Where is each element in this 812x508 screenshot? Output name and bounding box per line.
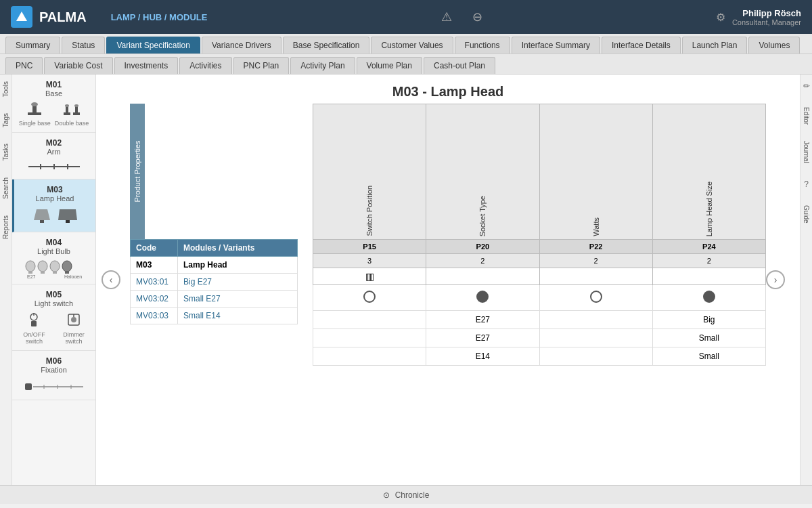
tab-pnc[interactable]: PNC <box>5 57 43 74</box>
tab-summary[interactable]: Summary <box>5 37 60 54</box>
tab-base-specification[interactable]: Base Specification <box>283 37 370 54</box>
module-icons-m05: On/OFF switch Dimmer switch <box>16 312 91 345</box>
circle-empty-icon <box>363 291 376 303</box>
tasks-label[interactable]: Tasks <box>2 144 9 161</box>
app-logo[interactable]: PALMA <box>11 6 87 28</box>
row-code-mv0301[interactable]: MV03:01 <box>131 274 178 291</box>
tags-label[interactable]: Tags <box>2 113 9 127</box>
spec-grid: Product Properties Code Modules / Varian… <box>130 104 766 366</box>
editor-label[interactable]: Editor <box>803 107 810 125</box>
row-code-mv0302[interactable]: MV03:02 <box>131 291 178 308</box>
row-code-mv0303[interactable]: MV03:03 <box>131 308 178 324</box>
tab-status[interactable]: Status <box>62 37 105 54</box>
row-name-mv0301[interactable]: Big E27 <box>178 274 298 291</box>
minus-icon[interactable]: ⊖ <box>472 9 482 24</box>
module-item-m04[interactable]: M04 Light Bulb E27 Halogen <box>12 232 95 284</box>
tab-variant-specification[interactable]: Variant Specification <box>106 37 200 54</box>
svg-rect-21 <box>41 271 45 274</box>
tab-variance-drivers[interactable]: Variance Drivers <box>202 37 281 54</box>
app-header: PALMA LAMP / HUB / MODULE ⚠ ⊖ ⚙ Philipp … <box>0 0 812 34</box>
tab-pnc-plan[interactable]: PNC Plan <box>233 57 290 74</box>
reports-label[interactable]: Reports <box>2 215 9 239</box>
m03-p24-cell <box>652 285 765 311</box>
logo-text: PALMA <box>39 9 87 25</box>
code-p15: P15 <box>313 240 426 254</box>
mv0302-p20-cell: E27 <box>426 329 539 347</box>
tab-interface-summary[interactable]: Interface Summary <box>512 37 600 54</box>
module-name-m02: Arm <box>16 148 91 156</box>
module-item-m01[interactable]: M01 Base Single base <box>12 75 95 133</box>
module-code-m01: M01 <box>16 80 91 89</box>
row-name-mv0302[interactable]: Small E27 <box>178 291 298 308</box>
module-icons-m03 <box>18 207 91 226</box>
content-title-text: M03 - Lamp Head <box>392 84 503 99</box>
property-header-row: Switch Position Socket Type Watts <box>313 104 766 240</box>
guide-label[interactable]: Guide <box>803 205 810 224</box>
svg-point-18 <box>26 261 35 272</box>
module-item-m05[interactable]: M05 Light switch On/OFF switch <box>12 284 95 351</box>
tab-variable-cost[interactable]: Variable Cost <box>44 57 112 74</box>
question-icon[interactable]: ? <box>804 179 809 189</box>
search-label[interactable]: Search <box>2 177 9 199</box>
tab-activity-plan[interactable]: Activity Plan <box>290 57 355 74</box>
row-name-m03: Lamp Head <box>178 257 298 274</box>
table-row: E14 Small <box>313 347 766 366</box>
alert-icon[interactable]: ⚠ <box>441 9 452 24</box>
module-item-m02[interactable]: M02 Arm <box>12 133 95 179</box>
light-bulb-icon: E27 Halogen <box>24 259 85 278</box>
mv0301-p20-cell: E27 <box>426 311 539 329</box>
prop-label-socket-type: Socket Type <box>478 196 487 236</box>
tabs-row1: Summary Status Variant Specification Var… <box>0 34 812 54</box>
edit-icon[interactable]: ✏ <box>803 81 810 91</box>
tab-customer-values[interactable]: Customer Values <box>371 37 453 54</box>
single-base-icon <box>25 102 44 117</box>
left-toolstrip: Tools Tags Tasks Search Reports <box>0 75 12 485</box>
tab-cashout-plan[interactable]: Cash-out Plan <box>424 57 495 74</box>
svg-point-20 <box>38 261 47 272</box>
count-p20: 2 <box>426 254 539 268</box>
module-name-m01: Base <box>16 89 91 98</box>
svg-text:Halogen: Halogen <box>64 274 82 278</box>
module-panel: M01 Base Single base <box>12 75 96 485</box>
gear-icon[interactable]: ⚙ <box>716 11 725 24</box>
table-row: M03 Lamp Head <box>131 257 298 274</box>
nav-prev-button[interactable]: ‹ <box>102 270 120 289</box>
svg-text:E27: E27 <box>27 274 36 278</box>
lamp-head-small-icon <box>31 207 53 224</box>
module-icons-m01: Single base Double base <box>16 102 91 127</box>
tab-activities[interactable]: Activities <box>179 57 231 74</box>
count-p24: 2 <box>652 254 765 268</box>
tab-volumes[interactable]: Volumes <box>748 37 800 54</box>
mv0303-p20-cell: E14 <box>426 347 539 366</box>
chronicle-icon: ⊙ <box>383 490 390 500</box>
module-code-m03: M03 <box>18 185 91 194</box>
mv0302-p22-cell <box>539 329 652 347</box>
icon-row: ▥ <box>313 268 766 285</box>
breadcrumb-current: MODULE <box>169 12 207 22</box>
module-icons-m06 <box>16 378 91 394</box>
m03-p22-cell <box>539 285 652 311</box>
tab-functions[interactable]: Functions <box>455 37 510 54</box>
row-name-mv0303[interactable]: Small E14 <box>178 308 298 324</box>
m03-p15-cell <box>313 285 426 311</box>
tab-launch-plan[interactable]: Launch Plan <box>682 37 748 54</box>
module-item-m06[interactable]: M06 Fixation <box>12 351 95 400</box>
count-row: 3 2 2 2 <box>313 254 766 268</box>
svg-rect-17 <box>66 220 70 223</box>
journal-label[interactable]: Journal <box>803 141 810 163</box>
svg-rect-25 <box>65 271 69 274</box>
svg-marker-14 <box>34 209 50 220</box>
tab-interface-details[interactable]: Interface Details <box>602 37 681 54</box>
onoff-label: On/OFF switch <box>16 331 52 345</box>
nav-next-button[interactable]: › <box>766 270 785 289</box>
dimmer-label: Dimmer switch <box>56 331 91 345</box>
user-name: Philipp Rösch <box>732 8 801 18</box>
circle-filled-icon <box>703 291 715 303</box>
module-item-m03[interactable]: M03 Lamp Head <box>12 179 95 232</box>
tools-label[interactable]: Tools <box>2 81 9 97</box>
tab-volume-plan[interactable]: Volume Plan <box>357 57 422 74</box>
mv0303-p22-cell <box>539 347 652 366</box>
chronicle-label[interactable]: Chronicle <box>395 490 430 500</box>
svg-point-3 <box>31 102 38 106</box>
tab-investments[interactable]: Investments <box>114 57 179 74</box>
